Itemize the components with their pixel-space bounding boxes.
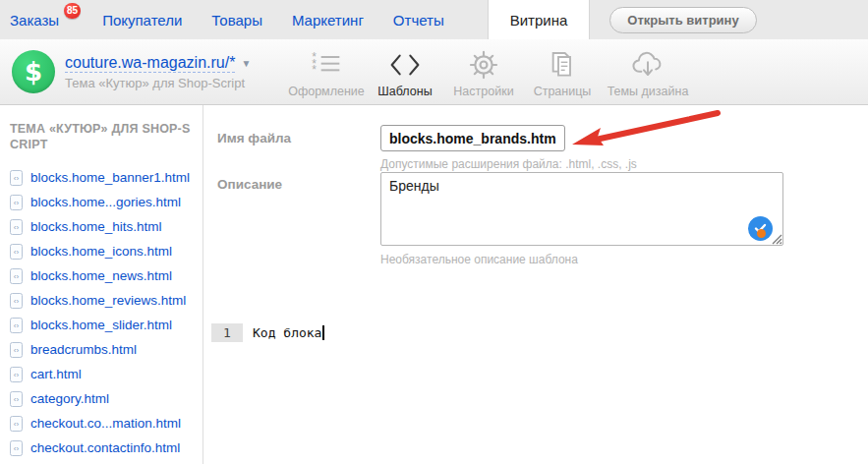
top-navigation-bar: Заказы 85 Покупатели Товары Маркетинг От… xyxy=(0,0,868,39)
template-editor-panel: Имя файла Допустимые расширения файла: .… xyxy=(203,105,868,464)
svg-text:‹›: ‹› xyxy=(14,321,20,330)
template-file-item[interactable]: ‹› breadcrumbs.html xyxy=(10,342,203,358)
notification-dot xyxy=(757,229,766,238)
pages-icon xyxy=(523,46,602,84)
svg-text:‹›: ‹› xyxy=(14,248,20,257)
template-file-link[interactable]: checkout.co...mation.html xyxy=(30,416,181,431)
file-code-icon: ‹› xyxy=(10,244,23,260)
filename-input[interactable] xyxy=(380,125,565,151)
line-number-gutter: 1 xyxy=(211,323,243,342)
svg-text:‹›: ‹› xyxy=(14,297,20,306)
cloud-download-icon xyxy=(602,46,694,84)
svg-text:‹›: ‹› xyxy=(14,444,20,453)
template-file-item[interactable]: ‹› blocks.home_banner1.html xyxy=(10,170,203,186)
description-value: Бренды xyxy=(389,178,439,194)
template-file-item[interactable]: ‹› blocks.home_news.html xyxy=(10,268,203,284)
nav-item-marketing[interactable]: Маркетинг xyxy=(292,12,364,29)
tab-storefront[interactable]: Витрина xyxy=(488,0,591,39)
svg-text:‹›: ‹› xyxy=(14,420,20,429)
template-file-link[interactable]: checkout.contactinfo.html xyxy=(30,440,180,455)
nav-item-orders[interactable]: Заказы 85 xyxy=(10,12,59,29)
file-code-icon: ‹› xyxy=(10,440,23,456)
template-file-link[interactable]: blocks.home_slider.html xyxy=(30,318,172,332)
storefront-toolbar: $ couture.wa-magazin.ru/* ▼ Тема «Кутюр»… xyxy=(0,39,868,105)
svg-text:‹›: ‹› xyxy=(14,346,20,355)
storefront-domain-link[interactable]: couture.wa-magazin.ru/* xyxy=(65,54,235,73)
chevron-down-icon[interactable]: ▼ xyxy=(241,58,251,69)
template-file-item[interactable]: ‹› blocks.home...gories.html xyxy=(10,195,203,210)
red-annotation-arrow xyxy=(560,101,737,160)
file-code-icon: ‹› xyxy=(10,367,23,382)
code-text[interactable]: Код блока xyxy=(253,325,321,340)
description-hint: Необязательное описание шаблона xyxy=(380,253,578,266)
orders-count-badge: 85 xyxy=(64,3,81,19)
tab-settings[interactable]: Настройки xyxy=(444,46,523,98)
tab-pages[interactable]: Страницы xyxy=(523,46,602,98)
shop-script-logo-icon: $ xyxy=(12,50,55,93)
site-meta: couture.wa-magazin.ru/* ▼ Тема «Кутюр» д… xyxy=(65,54,251,90)
file-code-icon: ‹› xyxy=(10,342,23,358)
template-file-item[interactable]: ‹› blocks.home_hits.html xyxy=(10,219,203,235)
template-file-item[interactable]: ‹› checkout.co...mation.html xyxy=(10,416,203,432)
nav-item-customers[interactable]: Покупатели xyxy=(102,12,182,29)
file-code-icon: ‹› xyxy=(10,293,23,309)
filename-label: Имя файла xyxy=(217,131,291,145)
template-file-link[interactable]: blocks.home_banner1.html xyxy=(30,170,190,185)
template-file-item[interactable]: ‹› blocks.home_icons.html xyxy=(10,244,203,260)
file-code-icon: ‹› xyxy=(10,268,23,284)
main-nav: Заказы 85 Покупатели Товары Маркетинг От… xyxy=(0,0,474,39)
content-area: ТЕМА «КУТЮР» ДЛЯ SHOP-SCRIPT ‹› blocks.h… xyxy=(0,105,868,464)
gear-icon xyxy=(444,46,523,84)
template-file-link[interactable]: blocks.home...gories.html xyxy=(30,195,181,209)
template-file-link[interactable]: blocks.home_news.html xyxy=(30,268,172,283)
tab-design-themes[interactable]: Темы дизайна xyxy=(602,46,694,98)
file-code-icon: ‹› xyxy=(10,318,23,333)
template-file-link[interactable]: blocks.home_reviews.html xyxy=(30,293,186,308)
code-editor-line[interactable]: 1 Код блока xyxy=(211,323,324,342)
template-file-item[interactable]: ‹› checkout.contactinfo.html xyxy=(10,440,203,456)
template-file-link[interactable]: cart.html xyxy=(30,367,82,381)
site-block: $ couture.wa-magazin.ru/* ▼ Тема «Кутюр»… xyxy=(0,39,287,104)
template-file-item[interactable]: ‹› category.html xyxy=(10,391,203,407)
svg-text:‹›: ‹› xyxy=(14,395,20,404)
template-file-item[interactable]: ‹› cart.html xyxy=(10,367,203,382)
nav-item-orders-label: Заказы xyxy=(10,12,59,29)
file-code-icon: ‹› xyxy=(10,416,23,432)
description-label: Описание xyxy=(217,177,282,192)
svg-text:‹›: ‹› xyxy=(14,272,20,281)
template-file-link[interactable]: category.html xyxy=(30,391,109,406)
nav-item-reports[interactable]: Отчеты xyxy=(393,12,444,29)
filename-hint: Допустимые расширения файла: .html, .css… xyxy=(380,157,637,171)
theme-subtitle: Тема «Кутюр» для Shop-Script xyxy=(65,76,251,90)
shop-script-admin: Заказы 85 Покупатели Товары Маркетинг От… xyxy=(0,0,868,465)
text-cursor xyxy=(322,325,324,340)
file-code-icon: ‹› xyxy=(10,219,23,235)
template-file-link[interactable]: blocks.home_hits.html xyxy=(30,219,162,234)
template-file-item[interactable]: ‹› blocks.home_reviews.html xyxy=(10,293,203,309)
file-code-icon: ‹› xyxy=(10,195,23,210)
open-storefront-button[interactable]: Открыть витрину xyxy=(609,7,756,33)
svg-text:‹›: ‹› xyxy=(14,174,20,183)
template-file-item[interactable]: ‹› blocks.home_slider.html xyxy=(10,318,203,333)
svg-text:‹›: ‹› xyxy=(14,199,20,207)
design-section-tabs: * * * Оформление Шаблоны xyxy=(287,39,694,104)
resize-grip-icon[interactable] xyxy=(770,232,782,245)
svg-text:‹›: ‹› xyxy=(14,371,20,379)
file-code-icon: ‹› xyxy=(10,170,23,186)
file-code-icon: ‹› xyxy=(10,391,23,407)
template-file-link[interactable]: breadcrumbs.html xyxy=(30,342,137,357)
tab-templates[interactable]: Шаблоны xyxy=(366,46,444,98)
template-file-link[interactable]: blocks.home_icons.html xyxy=(30,244,172,259)
nav-item-products[interactable]: Товары xyxy=(211,12,262,29)
description-textarea[interactable]: Бренды xyxy=(380,172,783,246)
code-icon xyxy=(366,46,444,84)
svg-text:‹›: ‹› xyxy=(14,223,20,232)
list-stars-icon: * * * xyxy=(287,46,366,84)
template-files-sidebar: ТЕМА «КУТЮР» ДЛЯ SHOP-SCRIPT ‹› blocks.h… xyxy=(0,105,203,464)
sidebar-theme-header: ТЕМА «КУТЮР» ДЛЯ SHOP-SCRIPT xyxy=(10,121,197,153)
tab-appearance[interactable]: * * * Оформление xyxy=(287,46,366,98)
svg-text:*: * xyxy=(312,63,317,77)
